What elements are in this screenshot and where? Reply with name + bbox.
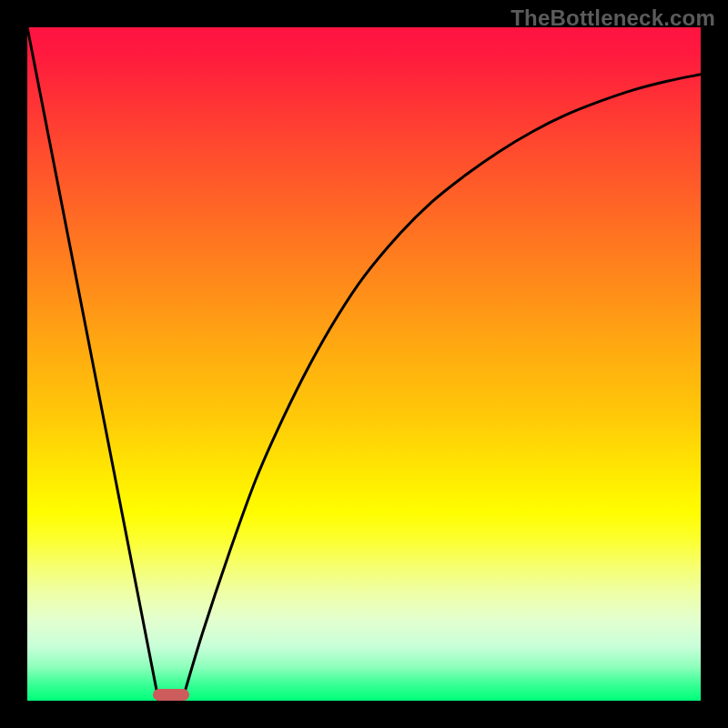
watermark-text: TheBottleneck.com	[511, 5, 715, 31]
plot-area	[27, 27, 701, 701]
optimal-marker	[153, 689, 189, 701]
chart-frame: TheBottleneck.com	[0, 0, 728, 728]
bottleneck-curve	[27, 27, 701, 701]
left-curve-path	[27, 27, 158, 701]
right-curve-path	[182, 75, 701, 701]
